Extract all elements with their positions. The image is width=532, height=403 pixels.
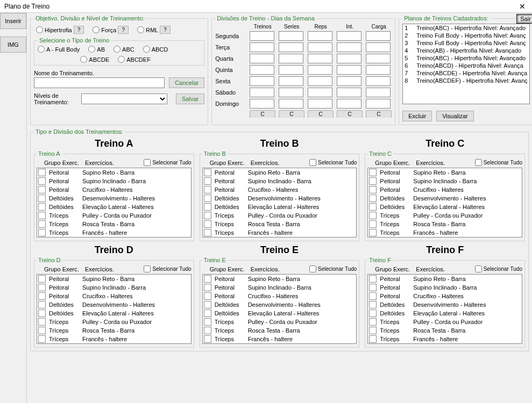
- exercise-checkbox[interactable]: [369, 318, 377, 326]
- exercise-list[interactable]: PeitoralSupino Reto - BarraPeitoralSupin…: [37, 274, 191, 344]
- exercise-checkbox[interactable]: [204, 186, 211, 193]
- niveis-combo[interactable]: [81, 93, 167, 104]
- select-all-label[interactable]: Selecionar Tudo: [144, 265, 191, 272]
- column-c-button[interactable]: C: [250, 110, 275, 118]
- exercise-checkbox[interactable]: [369, 195, 377, 202]
- exercise-checkbox[interactable]: [369, 229, 377, 236]
- day-cell-input[interactable]: [250, 99, 274, 109]
- exercise-list[interactable]: PeitoralSupino Reto - BarraPeitoralSupin…: [202, 274, 357, 344]
- exercise-checkbox[interactable]: [369, 220, 377, 228]
- exercise-row[interactable]: PeitoralSupino Reto - Barra: [37, 168, 191, 177]
- exercise-row[interactable]: PeitoralSupino Inclinado - Barra: [37, 283, 191, 292]
- exercise-checkbox[interactable]: [38, 212, 46, 219]
- exercise-checkbox[interactable]: [369, 177, 377, 185]
- day-cell-input[interactable]: [366, 42, 391, 52]
- day-cell-input[interactable]: [279, 31, 303, 41]
- exercise-row[interactable]: DeltóidesDesenvolvimento - Halteres: [368, 300, 522, 309]
- select-all-label[interactable]: Selecionar Tudo: [144, 159, 191, 166]
- exercise-row[interactable]: TrícepsFrancês - haltere: [37, 228, 191, 237]
- exercise-checkbox[interactable]: [204, 275, 211, 283]
- plan-row[interactable]: 7Treino(ABCDE) - Hipertrofia Nivel: Avan…: [403, 69, 529, 77]
- exercise-checkbox[interactable]: [204, 177, 211, 185]
- exercise-row[interactable]: TrícepsPulley - Corda ou Puxador: [203, 318, 357, 326]
- exercise-row[interactable]: TrícepsRosca Testa - Barra: [203, 220, 357, 228]
- nome-input[interactable]: [34, 77, 165, 88]
- day-cell-input[interactable]: [279, 99, 303, 109]
- exercise-row[interactable]: PeitoralSupino Reto - Barra: [368, 168, 522, 177]
- day-cell-input[interactable]: [308, 88, 332, 97]
- exercise-row[interactable]: TrícepsRosca Testa - Barra: [37, 220, 191, 228]
- exercise-row[interactable]: TrícepsPulley - Corda ou Puxador: [203, 211, 357, 220]
- exercise-row[interactable]: TrícepsFrancês - haltere: [368, 335, 522, 343]
- exercise-checkbox[interactable]: [369, 292, 377, 300]
- exercise-checkbox[interactable]: [204, 212, 211, 219]
- exercise-checkbox[interactable]: [369, 284, 377, 291]
- plan-row[interactable]: 6Treino(ABCD) - Hipertrofia Nivel: Avanç…: [403, 62, 529, 69]
- select-all-label[interactable]: Selecionar Tudo: [309, 159, 357, 166]
- radio-forca[interactable]: [93, 26, 100, 33]
- exercise-checkbox[interactable]: [204, 284, 211, 291]
- day-cell-input[interactable]: [366, 31, 391, 41]
- exercise-row[interactable]: PeitoralSupino Reto - Barra: [37, 275, 191, 283]
- day-cell-input[interactable]: [366, 88, 391, 97]
- column-c-button[interactable]: C: [308, 110, 334, 118]
- exercise-checkbox[interactable]: [369, 301, 377, 308]
- radio-abc[interactable]: [114, 46, 120, 53]
- day-cell-input[interactable]: [308, 99, 332, 109]
- exercise-checkbox[interactable]: [204, 335, 211, 343]
- day-cell-input[interactable]: [279, 54, 303, 63]
- exercise-row[interactable]: DeltóidesDesenvolvimento - Halteres: [203, 194, 357, 203]
- day-cell-input[interactable]: [337, 76, 361, 86]
- exercise-row[interactable]: TrícepsPulley - Corda ou Puxador: [37, 211, 191, 220]
- day-cell-input[interactable]: [337, 65, 361, 75]
- exercise-checkbox[interactable]: [38, 195, 46, 202]
- help-rml[interactable]: ?: [160, 26, 171, 34]
- day-cell-input[interactable]: [308, 65, 332, 75]
- exercise-checkbox[interactable]: [204, 292, 211, 300]
- exercise-checkbox[interactable]: [38, 186, 46, 193]
- exercise-checkbox[interactable]: [369, 212, 377, 219]
- day-cell-input[interactable]: [366, 99, 391, 109]
- exercise-row[interactable]: PeitoralSupino Inclinado - Barra: [203, 283, 357, 292]
- exercise-checkbox[interactable]: [369, 335, 377, 343]
- exercise-checkbox[interactable]: [38, 310, 46, 317]
- exercise-row[interactable]: TrícepsFrancês - haltere: [203, 335, 357, 343]
- visualizar-button[interactable]: Visualizar: [436, 111, 474, 121]
- exercise-list[interactable]: PeitoralSupino Reto - BarraPeitoralSupin…: [367, 274, 522, 344]
- exercise-row[interactable]: PeitoralSupino Inclinado - Barra: [368, 177, 522, 185]
- exercise-checkbox[interactable]: [38, 327, 46, 334]
- exercise-checkbox[interactable]: [369, 310, 377, 317]
- exercise-checkbox[interactable]: [369, 275, 377, 283]
- exercise-checkbox[interactable]: [204, 203, 211, 211]
- radio-hipertrofia[interactable]: [36, 26, 43, 33]
- exercise-checkbox[interactable]: [204, 195, 211, 202]
- exercise-checkbox[interactable]: [38, 177, 46, 185]
- exercise-row[interactable]: PeitoralCrucifixo - Halteres: [203, 185, 357, 194]
- exercise-row[interactable]: DeltóidesDesenvolvimento - Halteres: [368, 194, 522, 203]
- radio-abcd[interactable]: [143, 46, 150, 53]
- exercise-row[interactable]: DeltóidesElevação Lateral - Halteres: [203, 203, 357, 211]
- day-cell-input[interactable]: [337, 99, 361, 109]
- exercise-row[interactable]: DeltóidesElevação Lateral - Halteres: [37, 309, 191, 318]
- exercise-row[interactable]: DeltóidesElevação Lateral - Halteres: [368, 309, 522, 318]
- exercise-row[interactable]: DeltóidesDesenvolvimento - Halteres: [37, 194, 191, 203]
- day-cell-input[interactable]: [366, 76, 391, 86]
- exercise-checkbox[interactable]: [38, 220, 46, 228]
- exercise-row[interactable]: PeitoralSupino Inclinado - Barra: [203, 177, 357, 185]
- day-cell-input[interactable]: [250, 31, 274, 41]
- select-all-label[interactable]: Selecionar Tudo: [309, 265, 357, 272]
- exercise-row[interactable]: TrícepsRosca Testa - Barra: [37, 326, 191, 335]
- exercise-row[interactable]: PeitoralSupino Reto - Barra: [368, 275, 522, 283]
- day-cell-input[interactable]: [337, 42, 361, 52]
- exercise-row[interactable]: TrícepsFrancês - haltere: [37, 335, 191, 343]
- planos-list[interactable]: 1Treino(ABC) - Hipertrofia Nivel: Avança…: [402, 24, 530, 104]
- exercise-checkbox[interactable]: [38, 284, 46, 291]
- exercise-row[interactable]: PeitoralSupino Reto - Barra: [203, 275, 357, 283]
- exercise-row[interactable]: TrícepsFrancês - haltere: [203, 228, 357, 237]
- exercise-checkbox[interactable]: [38, 292, 46, 300]
- day-cell-input[interactable]: [250, 54, 274, 63]
- day-cell-input[interactable]: [308, 31, 332, 41]
- radio-ab[interactable]: [88, 46, 95, 53]
- radio-fullbody[interactable]: [38, 46, 45, 53]
- exercise-row[interactable]: TrícepsRosca Testa - Barra: [203, 326, 357, 335]
